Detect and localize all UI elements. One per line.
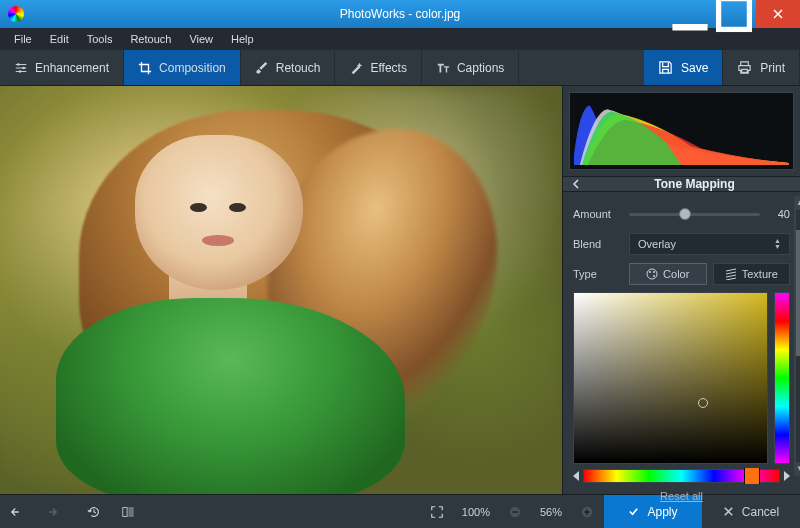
menu-file[interactable]: File [6, 31, 40, 47]
compare-button[interactable] [111, 505, 145, 519]
print-icon [737, 60, 752, 75]
type-color-button[interactable]: Color [629, 263, 707, 285]
color-field[interactable] [573, 292, 768, 464]
maximize-button[interactable] [712, 0, 756, 28]
window-title: PhotoWorks - color.jpg [340, 7, 461, 21]
tab-effects[interactable]: Effects [335, 50, 421, 85]
undo-button[interactable] [0, 505, 34, 519]
svg-rect-9 [123, 507, 127, 516]
slider-thumb[interactable] [679, 208, 691, 220]
blend-label: Blend [573, 238, 621, 250]
svg-point-3 [22, 66, 25, 69]
hue-strip[interactable] [583, 469, 780, 483]
color-picker-ring-icon[interactable] [698, 398, 708, 408]
svg-point-2 [17, 63, 20, 66]
tab-label: Effects [370, 61, 406, 75]
histogram[interactable] [569, 92, 794, 170]
image-canvas[interactable] [0, 86, 562, 494]
panel-header: Tone Mapping [563, 176, 800, 192]
amount-label: Amount [573, 208, 621, 220]
sliders-icon [14, 61, 28, 75]
photo-preview [0, 86, 562, 494]
close-button[interactable] [756, 0, 800, 28]
app-logo-icon [8, 6, 24, 22]
fit-screen-button[interactable] [420, 505, 454, 519]
svg-point-8 [653, 275, 655, 277]
scroll-thumb[interactable] [796, 230, 800, 356]
amount-value: 40 [768, 208, 790, 220]
print-label: Print [760, 61, 785, 75]
svg-rect-1 [719, 0, 750, 29]
tab-label: Captions [457, 61, 504, 75]
svg-point-5 [647, 269, 657, 279]
svg-point-4 [19, 70, 22, 73]
redo-button[interactable] [34, 505, 68, 519]
blend-value: Overlay [638, 238, 676, 250]
spinner-arrows-icon: ▲▼ [774, 238, 781, 250]
panel-scrollbar[interactable]: ▲ ▼ [794, 196, 800, 476]
scroll-down-icon[interactable]: ▼ [795, 464, 800, 474]
amount-slider[interactable] [629, 207, 760, 221]
svg-point-6 [649, 271, 651, 273]
save-icon [658, 60, 673, 75]
type-color-label: Color [663, 268, 689, 280]
menu-tools[interactable]: Tools [79, 31, 121, 47]
tab-captions[interactable]: Captions [422, 50, 519, 85]
palette-icon [646, 268, 658, 280]
hue-prev-icon[interactable] [573, 471, 579, 481]
text-icon [436, 61, 450, 75]
title-bar: PhotoWorks - color.jpg [0, 0, 800, 28]
menu-help[interactable]: Help [223, 31, 262, 47]
reset-all-link[interactable]: Reset all [660, 490, 703, 502]
fit-percent[interactable]: 100% [454, 506, 498, 518]
texture-icon [725, 268, 737, 280]
history-button[interactable] [77, 505, 111, 519]
side-panel: Tone Mapping Amount 40 Blend Overlay ▲▼ … [562, 86, 800, 494]
wand-icon [349, 61, 363, 75]
type-texture-button[interactable]: Texture [713, 263, 791, 285]
brush-icon [255, 61, 269, 75]
back-button[interactable] [563, 179, 589, 189]
blend-select[interactable]: Overlay ▲▼ [629, 233, 790, 255]
tab-label: Composition [159, 61, 226, 75]
main-toolbar: Enhancement Composition Retouch Effects … [0, 50, 800, 86]
crop-icon [138, 61, 152, 75]
minimize-button[interactable] [668, 0, 712, 28]
svg-rect-10 [129, 507, 133, 516]
tab-label: Enhancement [35, 61, 109, 75]
menu-view[interactable]: View [181, 31, 221, 47]
tab-retouch[interactable]: Retouch [241, 50, 336, 85]
tab-enhancement[interactable]: Enhancement [0, 50, 124, 85]
svg-point-7 [653, 271, 655, 273]
tab-composition[interactable]: Composition [124, 50, 241, 85]
scroll-up-icon[interactable]: ▲ [795, 198, 800, 208]
tab-label: Retouch [276, 61, 321, 75]
menu-retouch[interactable]: Retouch [122, 31, 179, 47]
panel-title: Tone Mapping [589, 177, 800, 191]
print-button[interactable]: Print [723, 50, 800, 85]
type-label: Type [573, 268, 621, 280]
hue-next-icon[interactable] [784, 471, 790, 481]
zoom-out-button[interactable] [498, 505, 532, 519]
menu-edit[interactable]: Edit [42, 31, 77, 47]
save-button[interactable]: Save [644, 50, 723, 85]
hue-slider[interactable] [774, 292, 790, 464]
type-texture-label: Texture [742, 268, 778, 280]
save-label: Save [681, 61, 708, 75]
